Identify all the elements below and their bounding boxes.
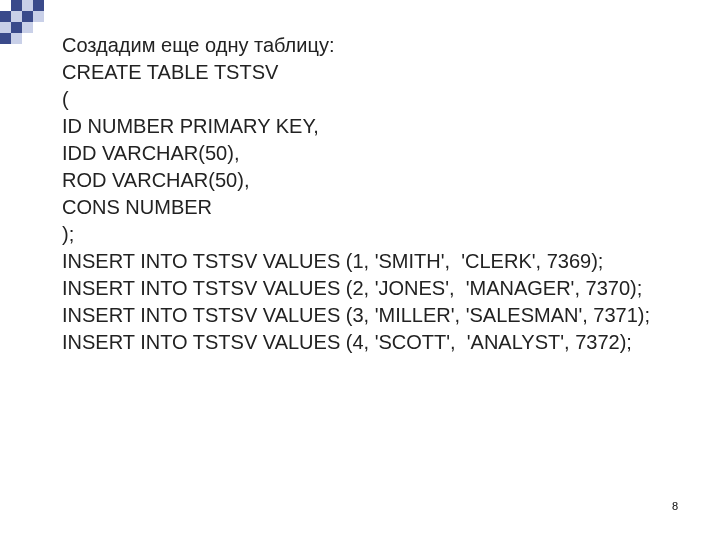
- decor-square: [22, 22, 33, 33]
- text-line: ID NUMBER PRIMARY KEY,: [62, 113, 680, 140]
- text-line: INSERT INTO TSTSV VALUES (3, 'MILLER', '…: [62, 302, 680, 329]
- text-line: Создадим еще одну таблицу:: [62, 32, 680, 59]
- decor-square: [0, 11, 11, 22]
- decor-square: [11, 33, 22, 44]
- decor-square: [22, 11, 33, 22]
- corner-decoration: [0, 0, 60, 44]
- decor-square: [33, 11, 44, 22]
- decor-square: [11, 22, 22, 33]
- text-line: );: [62, 221, 680, 248]
- text-line: INSERT INTO TSTSV VALUES (4, 'SCOTT', 'A…: [62, 329, 680, 356]
- page-number: 8: [672, 500, 678, 512]
- decor-square: [0, 22, 11, 33]
- decor-square: [33, 0, 44, 11]
- text-line: (: [62, 86, 680, 113]
- decor-square: [11, 11, 22, 22]
- decor-square: [11, 0, 22, 11]
- text-line: IDD VARCHAR(50),: [62, 140, 680, 167]
- decor-square: [22, 0, 33, 11]
- text-line: INSERT INTO TSTSV VALUES (1, 'SMITH', 'C…: [62, 248, 680, 275]
- decor-square: [0, 33, 11, 44]
- text-line: INSERT INTO TSTSV VALUES (2, 'JONES', 'M…: [62, 275, 680, 302]
- text-line: CREATE TABLE TSTSV: [62, 59, 680, 86]
- text-line: CONS NUMBER: [62, 194, 680, 221]
- text-line: ROD VARCHAR(50),: [62, 167, 680, 194]
- decor-square: [0, 0, 11, 11]
- slide-text: Создадим еще одну таблицу: CREATE TABLE …: [62, 32, 680, 356]
